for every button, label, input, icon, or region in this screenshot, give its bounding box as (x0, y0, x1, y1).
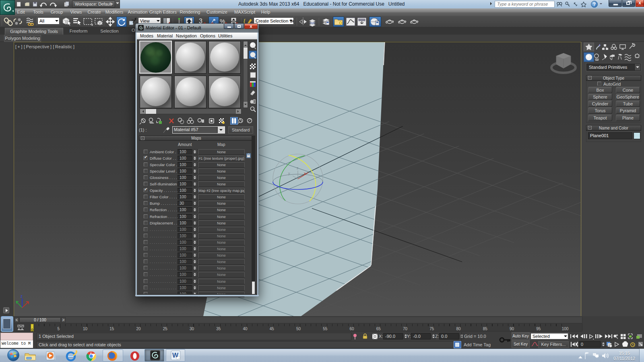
svg-text:x: x (304, 171, 306, 175)
svg-text:z: z (21, 294, 23, 298)
svg-text:z: z (297, 166, 299, 170)
svg-text:y: y (288, 171, 290, 175)
